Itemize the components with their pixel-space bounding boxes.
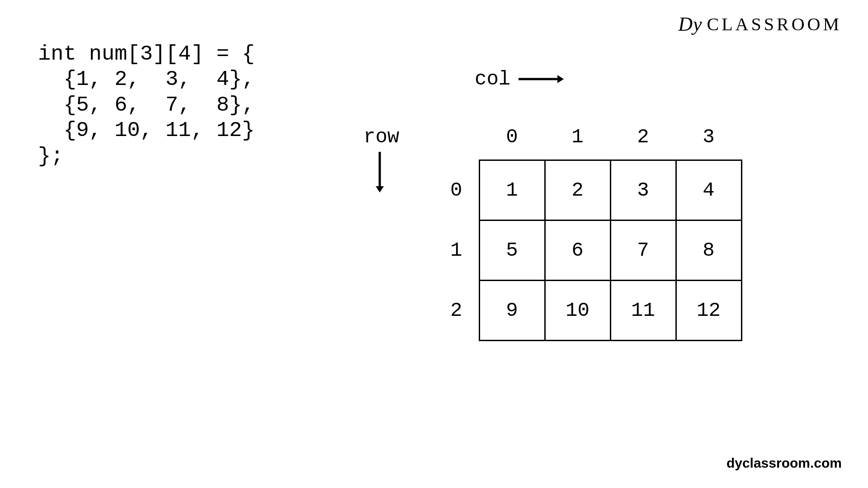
- grid-cell: 5: [479, 220, 545, 280]
- logo-text: CLASSROOM: [707, 14, 842, 35]
- col-header: 0: [479, 115, 545, 160]
- row-header: 2: [434, 280, 479, 340]
- col-label-text: col: [475, 68, 510, 90]
- col-header: 2: [610, 115, 676, 160]
- array-grid: 0 1 2 3 0 1 2 3 4 1 5 6 7 8 2 9 10 11 12: [434, 115, 742, 341]
- grid-table: 0 1 2 3 0 1 2 3 4 1 5 6 7 8 2 9 10 11 12: [434, 115, 742, 341]
- footer-url: dyclassroom.com: [726, 455, 842, 471]
- code-snippet: int num[3][4] = { {1, 2, 3, 4}, {5, 6, 7…: [38, 42, 255, 169]
- grid-cell: 3: [610, 160, 676, 220]
- svg-marker-3: [376, 186, 384, 192]
- arrow-down-icon: [374, 152, 385, 192]
- row-header: 0: [434, 160, 479, 220]
- grid-cell: 1: [479, 160, 545, 220]
- grid-corner: [434, 115, 479, 160]
- svg-marker-1: [557, 75, 564, 83]
- grid-cell: 8: [676, 220, 741, 280]
- arrow-right-icon: [519, 74, 564, 84]
- brand-logo: Dy CLASSROOM: [678, 13, 842, 36]
- grid-cell: 6: [545, 220, 610, 280]
- grid-cell: 10: [545, 280, 610, 340]
- col-axis-label: col: [475, 68, 564, 90]
- grid-cell: 12: [676, 280, 741, 340]
- col-header: 1: [545, 115, 610, 160]
- row-label-text: row: [363, 126, 399, 148]
- row-header: 1: [434, 220, 479, 280]
- grid-cell: 7: [610, 220, 676, 280]
- logo-prefix: Dy: [678, 13, 702, 36]
- grid-cell: 9: [479, 280, 545, 340]
- grid-cell: 11: [610, 280, 676, 340]
- row-axis-label: row: [363, 126, 399, 148]
- col-header: 3: [676, 115, 741, 160]
- grid-cell: 4: [676, 160, 741, 220]
- grid-cell: 2: [545, 160, 610, 220]
